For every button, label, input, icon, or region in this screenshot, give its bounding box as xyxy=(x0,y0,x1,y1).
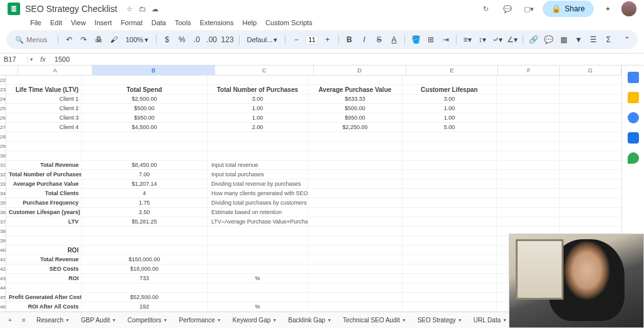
cell[interactable]: $5,281.25 xyxy=(82,217,208,227)
menu-help[interactable]: Help xyxy=(238,18,260,28)
cell[interactable] xyxy=(308,302,402,312)
row-header[interactable]: 41 xyxy=(0,255,6,264)
cell[interactable]: Estimate based on retention xyxy=(208,208,308,217)
cell[interactable] xyxy=(402,302,497,312)
cell[interactable] xyxy=(402,274,497,283)
cell[interactable]: ROI xyxy=(6,274,82,283)
filter-views-icon[interactable]: ☰ xyxy=(588,33,599,46)
tab-dropdown-icon[interactable]: ▼ xyxy=(502,318,507,322)
row-header[interactable]: 32 xyxy=(0,170,6,179)
cell[interactable]: 3.00 xyxy=(402,94,497,104)
cell[interactable]: 1.75 xyxy=(82,198,208,208)
percent-icon[interactable]: % xyxy=(176,33,187,46)
cell[interactable]: $18,000.00 xyxy=(82,264,208,274)
cell[interactable]: Average Purchase Value xyxy=(308,85,402,94)
cell[interactable] xyxy=(208,227,308,236)
cell[interactable]: Profit Generated After Costs xyxy=(6,293,82,302)
functions-icon[interactable]: Σ xyxy=(603,33,614,46)
gemini-icon[interactable]: ✦ xyxy=(600,1,615,16)
cell[interactable] xyxy=(402,283,497,293)
tab-dropdown-icon[interactable]: ▼ xyxy=(402,318,406,322)
sheet-tab-backlink-gap[interactable]: Backlink Gap▼ xyxy=(283,314,336,326)
cell[interactable] xyxy=(208,236,308,246)
italic-icon[interactable]: I xyxy=(358,33,370,46)
contacts-icon[interactable] xyxy=(628,132,639,144)
tab-dropdown-icon[interactable]: ▼ xyxy=(164,318,168,322)
tab-dropdown-icon[interactable]: ▼ xyxy=(65,318,70,322)
sheet-tab-research[interactable]: Research▼ xyxy=(31,314,75,326)
cell[interactable] xyxy=(560,208,621,217)
cell[interactable]: Total Number of Purchases xyxy=(208,85,308,94)
cell[interactable]: Input total revenue xyxy=(208,161,308,170)
cell[interactable]: Dividing total revenue by purchases xyxy=(208,179,308,189)
col-header-D[interactable]: D xyxy=(314,65,406,75)
cell[interactable]: Total Revenue xyxy=(6,255,82,264)
cell[interactable]: $8,450.00 xyxy=(82,161,208,170)
meet-icon[interactable]: ▢▾ xyxy=(521,1,536,16)
cell[interactable] xyxy=(560,217,621,227)
cell[interactable]: LTV=Average Purchase Value×Purchase Freq… xyxy=(208,217,308,227)
row-header[interactable]: 45 xyxy=(0,293,6,302)
cell[interactable]: Total Number of Purchases xyxy=(6,170,82,179)
menu-view[interactable]: View xyxy=(67,18,90,28)
cell[interactable]: ROI After All Costs xyxy=(6,302,82,312)
cell[interactable] xyxy=(497,161,560,170)
cell[interactable]: Purchase Frequency xyxy=(6,198,82,208)
cell[interactable]: 5.00 xyxy=(402,123,497,132)
cell[interactable]: $500.00 xyxy=(308,104,402,113)
row-header[interactable]: 42 xyxy=(0,264,6,274)
rotate-icon[interactable]: ∠▾ xyxy=(506,33,518,46)
cell[interactable] xyxy=(560,113,621,123)
cell[interactable] xyxy=(402,264,497,274)
row-header[interactable]: 36 xyxy=(0,208,6,217)
cell[interactable] xyxy=(208,132,308,142)
cell[interactable] xyxy=(6,142,82,151)
cell[interactable] xyxy=(208,76,308,85)
cell[interactable] xyxy=(308,161,402,170)
col-header-B[interactable]: B xyxy=(92,65,216,75)
col-header-A[interactable]: A xyxy=(18,65,92,75)
merge-icon[interactable]: ⇥ xyxy=(440,33,452,46)
cell[interactable] xyxy=(497,198,560,208)
cell[interactable]: Customer Lifespan xyxy=(402,85,497,94)
redo-icon[interactable]: ↷ xyxy=(79,33,90,46)
cell[interactable] xyxy=(497,104,560,113)
row-header[interactable]: 27 xyxy=(0,123,6,132)
cell[interactable] xyxy=(402,170,497,179)
sheet-tab-gbp-audit[interactable]: GBP Audit▼ xyxy=(76,314,121,326)
cell[interactable] xyxy=(402,189,497,198)
tasks-icon[interactable] xyxy=(628,112,639,123)
sheet-tab-competitors[interactable]: Competitors▼ xyxy=(123,314,173,326)
cell[interactable] xyxy=(497,189,560,198)
comments-icon[interactable]: 💬 xyxy=(500,1,515,16)
account-avatar[interactable] xyxy=(621,1,636,16)
cloud-status-icon[interactable]: ☁ xyxy=(150,4,160,14)
row-header[interactable]: 33 xyxy=(0,179,6,189)
cell[interactable] xyxy=(6,151,82,161)
cell[interactable] xyxy=(402,227,497,236)
cell[interactable]: $2,250.00 xyxy=(308,123,402,132)
cell[interactable] xyxy=(308,198,402,208)
tab-dropdown-icon[interactable]: ▼ xyxy=(272,318,277,322)
row-header[interactable]: 29 xyxy=(0,142,6,151)
cell[interactable] xyxy=(6,227,82,236)
cell[interactable] xyxy=(560,170,621,179)
cell[interactable]: 2.00 xyxy=(208,123,308,132)
cell[interactable] xyxy=(402,161,497,170)
cell[interactable]: $950.00 xyxy=(82,113,208,123)
cell[interactable] xyxy=(560,198,621,208)
cell[interactable]: How many clients generated with SEO in t… xyxy=(208,189,308,198)
cell[interactable] xyxy=(497,208,560,217)
cell[interactable] xyxy=(402,217,497,227)
col-header-C[interactable]: C xyxy=(215,65,314,75)
cell[interactable] xyxy=(497,142,560,151)
cell[interactable]: $4,500.00 xyxy=(82,123,208,132)
cell[interactable]: $500.00 xyxy=(82,104,208,113)
cell[interactable] xyxy=(308,170,402,179)
cell[interactable] xyxy=(560,189,621,198)
cell[interactable]: Total Revenue xyxy=(6,161,82,170)
cell[interactable]: Input total purchases xyxy=(208,170,308,179)
cell[interactable]: Client 4 xyxy=(6,123,82,132)
sheet-tab-technical-seo-audit[interactable]: Technical SEO Audit▼ xyxy=(338,314,411,326)
cell[interactable]: LTV xyxy=(6,217,82,227)
